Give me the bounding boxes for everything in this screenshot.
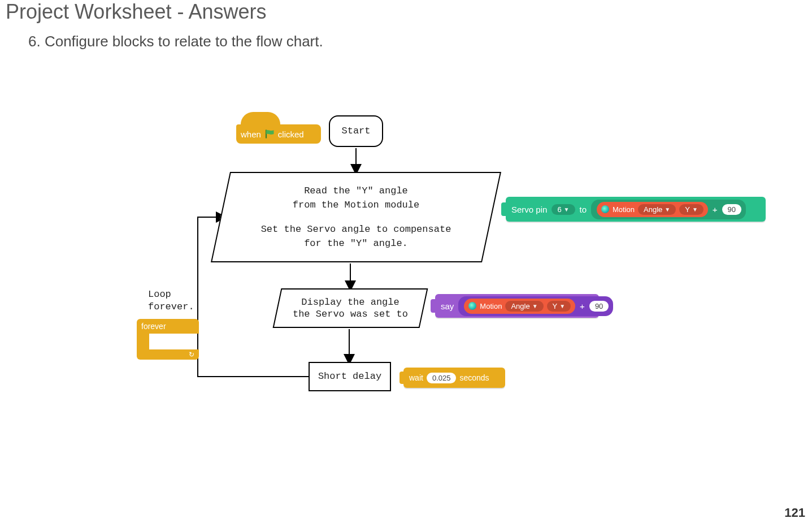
scratch-say-block: say Motion Angle ▼ Y ▼ + 90 bbox=[435, 294, 599, 318]
loop-arrow-icon: ↻ bbox=[189, 351, 194, 358]
caret-down-icon: ▼ bbox=[692, 206, 698, 213]
scratch-servo-block: Servo pin 6 ▼ to Motion Angle ▼ Y ▼ + 90 bbox=[506, 197, 766, 222]
servo-pin-dropdown: 6 ▼ bbox=[552, 204, 575, 215]
servo-label: Servo pin bbox=[511, 205, 547, 214]
scratch-hat-block: when clicked bbox=[236, 112, 321, 144]
process1-line3: Set the Servo angle to compensate bbox=[261, 224, 451, 235]
plus-operator: + bbox=[713, 205, 718, 214]
motion-reporter: Motion Angle ▼ Y ▼ bbox=[597, 202, 708, 217]
motion-label: Motion bbox=[613, 205, 635, 214]
process1-line2: from the Motion module bbox=[293, 200, 419, 210]
hat-when-label: when bbox=[241, 129, 261, 139]
scratch-forever-block: forever ↻ bbox=[137, 319, 199, 360]
flowchart-delay: Short delay bbox=[309, 362, 391, 391]
motion-axis-label: Y bbox=[685, 205, 690, 214]
flowchart-connectors bbox=[0, 102, 812, 441]
motion-axis-dropdown: Y ▼ bbox=[547, 301, 571, 312]
caret-down-icon: ▼ bbox=[665, 206, 670, 213]
motion-label: Motion bbox=[480, 302, 502, 310]
motion-angle-dropdown: Angle ▼ bbox=[505, 301, 543, 312]
wait-seconds-label: seconds bbox=[459, 373, 489, 382]
servo-pin-value: 6 bbox=[557, 205, 561, 214]
servo-offset-value: 90 bbox=[722, 204, 741, 215]
say-offset-value: 90 bbox=[589, 301, 609, 312]
motion-axis-dropdown: Y ▼ bbox=[679, 204, 704, 215]
page-title: Project Worksheet - Answers bbox=[6, 0, 267, 24]
wait-label: wait bbox=[409, 373, 423, 382]
caret-down-icon: ▼ bbox=[559, 303, 565, 309]
process1-line1: Read the "Y" angle bbox=[304, 185, 408, 196]
process2-line1: Display the angle bbox=[301, 297, 399, 308]
flowchart-process-display: Display the angle the Servo was set to bbox=[277, 288, 424, 328]
loop-line2: forever. bbox=[148, 301, 194, 313]
process1-line4: for the "Y" angle. bbox=[304, 238, 408, 249]
motion-sensor-icon bbox=[601, 205, 609, 213]
loop-line1: Loop bbox=[148, 288, 194, 301]
plus-operator: + bbox=[580, 301, 585, 311]
motion-angle-label: Angle bbox=[644, 205, 662, 214]
servo-expression: Motion Angle ▼ Y ▼ + 90 bbox=[591, 200, 746, 219]
caret-down-icon: ▼ bbox=[564, 206, 570, 213]
process2-line2: the Servo was set to bbox=[293, 309, 408, 319]
scratch-wait-block: wait 0.025 seconds bbox=[403, 368, 505, 388]
page-number: 121 bbox=[784, 506, 805, 520]
hat-clicked-label: clicked bbox=[278, 129, 304, 139]
motion-axis-label: Y bbox=[553, 302, 558, 310]
green-flag-icon bbox=[264, 129, 275, 139]
say-label: say bbox=[441, 301, 454, 311]
forever-label: forever bbox=[141, 322, 166, 331]
motion-reporter: Motion Angle ▼ Y ▼ bbox=[464, 299, 575, 314]
servo-to-label: to bbox=[580, 205, 587, 214]
flowchart-process-read-set: Read the "Y" angle from the Motion modul… bbox=[220, 172, 492, 262]
loop-label: Loop forever. bbox=[148, 288, 194, 313]
say-expression: Motion Angle ▼ Y ▼ + 90 bbox=[458, 296, 613, 316]
question-text: 6. Configure blocks to relate to the flo… bbox=[28, 33, 323, 50]
motion-sensor-icon bbox=[468, 302, 476, 310]
motion-angle-label: Angle bbox=[511, 302, 529, 310]
caret-down-icon: ▼ bbox=[532, 303, 538, 309]
wait-value: 0.025 bbox=[427, 373, 457, 383]
flowchart-area: Start when clicked Read the "Y" angle fr… bbox=[0, 102, 812, 441]
motion-angle-dropdown: Angle ▼ bbox=[638, 204, 676, 215]
flowchart-start: Start bbox=[329, 115, 383, 147]
